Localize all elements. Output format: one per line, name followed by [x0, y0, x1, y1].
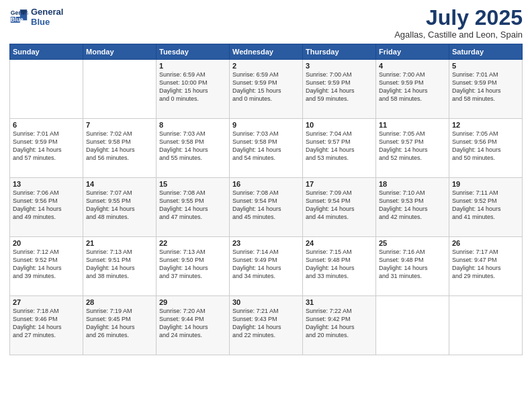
- day-number: 15: [159, 180, 226, 188]
- day-number: 16: [232, 180, 300, 188]
- day-content: Sunrise: 7:13 AMSunset: 9:51 PMDaylight:…: [86, 248, 153, 281]
- day-content: Sunrise: 7:19 AMSunset: 9:45 PMDaylight:…: [86, 307, 153, 340]
- header-cell-friday: Friday: [376, 44, 449, 60]
- day-cell: 17Sunrise: 7:09 AMSunset: 9:54 PMDayligh…: [303, 178, 376, 237]
- day-number: 22: [159, 239, 226, 247]
- calendar-title: July 2025: [394, 7, 523, 28]
- day-cell: 27Sunrise: 7:18 AMSunset: 9:46 PMDayligh…: [10, 296, 83, 355]
- day-content: Sunrise: 7:05 AMSunset: 9:57 PMDaylight:…: [379, 130, 446, 163]
- day-cell: 6Sunrise: 7:01 AMSunset: 9:59 PMDaylight…: [10, 119, 83, 178]
- day-number: 13: [13, 180, 80, 188]
- header-row: SundayMondayTuesdayWednesdayThursdayFrid…: [10, 44, 523, 60]
- day-number: 10: [306, 121, 373, 129]
- day-number: 5: [452, 62, 519, 70]
- week-row-5: 27Sunrise: 7:18 AMSunset: 9:46 PMDayligh…: [10, 296, 523, 355]
- day-content: Sunrise: 7:17 AMSunset: 9:47 PMDaylight:…: [452, 248, 519, 281]
- day-cell: [10, 60, 83, 119]
- day-cell: 14Sunrise: 7:07 AMSunset: 9:55 PMDayligh…: [83, 178, 157, 237]
- day-cell: 7Sunrise: 7:02 AMSunset: 9:58 PMDaylight…: [83, 119, 157, 178]
- day-cell: [83, 60, 157, 119]
- logo-text-blue: Blue: [31, 17, 63, 27]
- day-cell: 31Sunrise: 7:22 AMSunset: 9:42 PMDayligh…: [303, 296, 376, 355]
- header-cell-wednesday: Wednesday: [230, 44, 303, 60]
- day-cell: 24Sunrise: 7:15 AMSunset: 9:48 PMDayligh…: [303, 237, 376, 296]
- day-content: Sunrise: 7:04 AMSunset: 9:57 PMDaylight:…: [306, 130, 373, 163]
- day-number: 20: [13, 239, 80, 247]
- day-number: 3: [306, 62, 373, 70]
- day-cell: 11Sunrise: 7:05 AMSunset: 9:57 PMDayligh…: [376, 119, 449, 178]
- day-cell: 18Sunrise: 7:10 AMSunset: 9:53 PMDayligh…: [376, 178, 449, 237]
- day-content: Sunrise: 7:14 AMSunset: 9:49 PMDaylight:…: [232, 248, 300, 281]
- day-content: Sunrise: 7:01 AMSunset: 9:59 PMDaylight:…: [13, 130, 80, 163]
- day-cell: 26Sunrise: 7:17 AMSunset: 9:47 PMDayligh…: [449, 237, 523, 296]
- logo-text-general: General: [31, 7, 63, 17]
- day-number: 6: [13, 121, 80, 129]
- day-number: 24: [306, 239, 373, 247]
- day-content: Sunrise: 7:20 AMSunset: 9:44 PMDaylight:…: [159, 307, 226, 340]
- day-number: 28: [86, 298, 153, 306]
- day-cell: 22Sunrise: 7:13 AMSunset: 9:50 PMDayligh…: [157, 237, 230, 296]
- header-cell-tuesday: Tuesday: [157, 44, 230, 60]
- day-number: 9: [232, 121, 300, 129]
- day-content: Sunrise: 7:03 AMSunset: 9:58 PMDaylight:…: [159, 130, 226, 163]
- day-content: Sunrise: 7:02 AMSunset: 9:58 PMDaylight:…: [86, 130, 153, 163]
- day-number: 11: [379, 121, 446, 129]
- day-cell: 10Sunrise: 7:04 AMSunset: 9:57 PMDayligh…: [303, 119, 376, 178]
- day-cell: 1Sunrise: 6:59 AMSunset: 10:00 PMDayligh…: [157, 60, 230, 119]
- day-content: Sunrise: 7:06 AMSunset: 9:56 PMDaylight:…: [13, 189, 80, 222]
- day-number: 14: [86, 180, 153, 188]
- day-content: Sunrise: 7:15 AMSunset: 9:48 PMDaylight:…: [306, 248, 373, 281]
- week-row-2: 6Sunrise: 7:01 AMSunset: 9:59 PMDaylight…: [10, 119, 523, 178]
- day-cell: 21Sunrise: 7:13 AMSunset: 9:51 PMDayligh…: [83, 237, 157, 296]
- day-content: Sunrise: 7:22 AMSunset: 9:42 PMDaylight:…: [306, 307, 373, 340]
- day-content: Sunrise: 7:21 AMSunset: 9:43 PMDaylight:…: [232, 307, 300, 340]
- day-cell: 5Sunrise: 7:01 AMSunset: 9:59 PMDaylight…: [449, 60, 523, 119]
- day-content: Sunrise: 6:59 AMSunset: 10:00 PMDaylight…: [159, 71, 226, 103]
- day-cell: 25Sunrise: 7:16 AMSunset: 9:48 PMDayligh…: [376, 237, 449, 296]
- day-cell: 30Sunrise: 7:21 AMSunset: 9:43 PMDayligh…: [230, 296, 303, 355]
- calendar-table: SundayMondayTuesdayWednesdayThursdayFrid…: [9, 44, 523, 355]
- day-cell: 2Sunrise: 6:59 AMSunset: 9:59 PMDaylight…: [230, 60, 303, 119]
- day-cell: 4Sunrise: 7:00 AMSunset: 9:59 PMDaylight…: [376, 60, 449, 119]
- day-content: Sunrise: 7:08 AMSunset: 9:54 PMDaylight:…: [232, 189, 300, 222]
- day-cell: [449, 296, 523, 355]
- day-number: 17: [306, 180, 373, 188]
- day-cell: 19Sunrise: 7:11 AMSunset: 9:52 PMDayligh…: [449, 178, 523, 237]
- day-content: Sunrise: 7:11 AMSunset: 9:52 PMDaylight:…: [452, 189, 519, 222]
- day-number: 1: [159, 62, 226, 70]
- day-content: Sunrise: 7:05 AMSunset: 9:56 PMDaylight:…: [452, 130, 519, 163]
- week-row-1: 1Sunrise: 6:59 AMSunset: 10:00 PMDayligh…: [10, 60, 523, 119]
- week-row-4: 20Sunrise: 7:12 AMSunset: 9:52 PMDayligh…: [10, 237, 523, 296]
- day-cell: 28Sunrise: 7:19 AMSunset: 9:45 PMDayligh…: [83, 296, 157, 355]
- day-content: Sunrise: 7:16 AMSunset: 9:48 PMDaylight:…: [379, 248, 446, 281]
- day-content: Sunrise: 7:01 AMSunset: 9:59 PMDaylight:…: [452, 71, 519, 103]
- svg-text:General: General: [11, 9, 28, 16]
- day-cell: 8Sunrise: 7:03 AMSunset: 9:58 PMDaylight…: [157, 119, 230, 178]
- logo: General Blue General Blue: [9, 7, 63, 27]
- day-number: 23: [232, 239, 300, 247]
- title-block: July 2025 Agallas, Castille and Leon, Sp…: [394, 7, 523, 40]
- day-content: Sunrise: 7:18 AMSunset: 9:46 PMDaylight:…: [13, 307, 80, 340]
- day-cell: 3Sunrise: 7:00 AMSunset: 9:59 PMDaylight…: [303, 60, 376, 119]
- day-cell: 13Sunrise: 7:06 AMSunset: 9:56 PMDayligh…: [10, 178, 83, 237]
- day-number: 31: [306, 298, 373, 306]
- day-number: 19: [452, 180, 519, 188]
- day-number: 26: [452, 239, 519, 247]
- day-number: 27: [13, 298, 80, 306]
- day-number: 30: [232, 298, 300, 306]
- header: General Blue General Blue July 2025 Agal…: [9, 7, 523, 40]
- header-cell-thursday: Thursday: [303, 44, 376, 60]
- day-number: 2: [232, 62, 300, 70]
- day-content: Sunrise: 7:00 AMSunset: 9:59 PMDaylight:…: [306, 71, 373, 103]
- day-content: Sunrise: 7:13 AMSunset: 9:50 PMDaylight:…: [159, 248, 226, 281]
- day-number: 12: [452, 121, 519, 129]
- day-cell: 23Sunrise: 7:14 AMSunset: 9:49 PMDayligh…: [230, 237, 303, 296]
- week-row-3: 13Sunrise: 7:06 AMSunset: 9:56 PMDayligh…: [10, 178, 523, 237]
- day-cell: 29Sunrise: 7:20 AMSunset: 9:44 PMDayligh…: [157, 296, 230, 355]
- day-content: Sunrise: 7:10 AMSunset: 9:53 PMDaylight:…: [379, 189, 446, 222]
- svg-text:Blue: Blue: [11, 16, 24, 23]
- day-cell: 20Sunrise: 7:12 AMSunset: 9:52 PMDayligh…: [10, 237, 83, 296]
- day-cell: 16Sunrise: 7:08 AMSunset: 9:54 PMDayligh…: [230, 178, 303, 237]
- day-number: 21: [86, 239, 153, 247]
- day-cell: 12Sunrise: 7:05 AMSunset: 9:56 PMDayligh…: [449, 119, 523, 178]
